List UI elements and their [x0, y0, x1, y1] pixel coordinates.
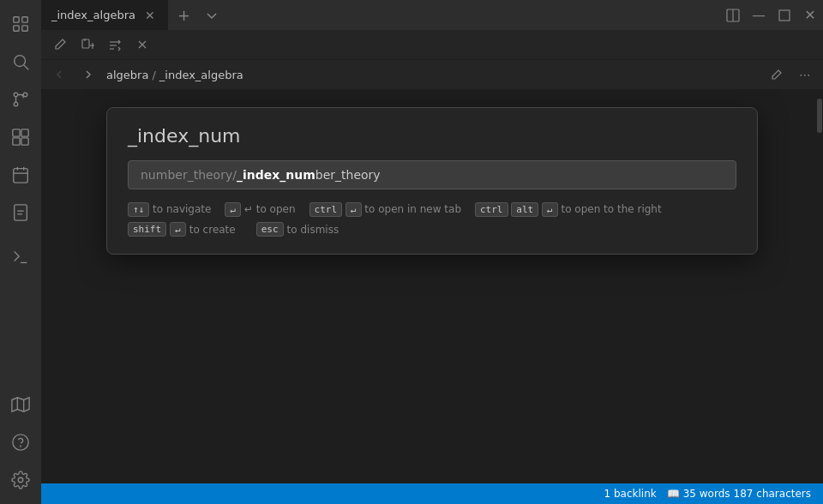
breadcrumb-current: _index_algebra — [159, 69, 243, 81]
quick-open-box: _index_num number_theory/_index_number_t… — [106, 107, 758, 255]
search-icon[interactable] — [3, 45, 38, 79]
book-icon: 📖 — [667, 488, 680, 500]
enter-key-create: ↵ — [170, 222, 186, 237]
tab-close-button[interactable]: ✕ — [142, 8, 158, 23]
active-tab[interactable]: _index_algebra ✕ — [41, 0, 169, 30]
svg-rect-9 — [13, 129, 20, 136]
esc-key: esc — [256, 222, 284, 237]
svg-point-7 — [23, 93, 27, 97]
edit-note-button[interactable] — [48, 33, 72, 57]
editor-content: ● The Galois group Gal(L/K) of a Galois … — [41, 90, 823, 483]
svg-rect-1 — [22, 17, 27, 22]
backlinks-status[interactable]: 1 backlink — [599, 483, 662, 504]
hint-open-new-tab: ctrl ↵ to open in new tab — [309, 203, 461, 215]
svg-rect-0 — [14, 17, 19, 22]
editor-toolbar — [41, 30, 823, 60]
alt-key: alt — [511, 202, 538, 217]
input-prefix: number_theory/ — [141, 168, 237, 182]
svg-point-22 — [13, 435, 28, 450]
minimize-button[interactable]: — — [746, 0, 772, 30]
terminal-icon[interactable] — [3, 240, 38, 274]
split-editor-button[interactable] — [720, 0, 746, 30]
help-icon[interactable] — [3, 425, 38, 459]
svg-rect-10 — [21, 129, 28, 136]
new-note-button[interactable] — [75, 33, 99, 57]
hint-open-right: ctrl alt ↵ to open to the right — [475, 203, 662, 215]
nav-back-button[interactable] — [48, 63, 70, 86]
svg-point-24 — [18, 477, 23, 483]
svg-rect-27 — [779, 10, 790, 21]
close-window-button[interactable]: ✕ — [797, 0, 823, 30]
tab-bar: _index_algebra ✕ + — ✕ — [41, 0, 823, 30]
main-area: _index_algebra ✕ + — ✕ — [41, 0, 823, 504]
activity-bar-bottom — [3, 387, 38, 504]
hint-open: ↵ ↵ to open — [225, 203, 295, 215]
input-highlight: _index_num — [237, 168, 315, 182]
map-icon[interactable] — [3, 387, 38, 422]
chars-label: 187 characters — [734, 488, 811, 500]
sort-notes-button[interactable] — [103, 33, 127, 57]
svg-rect-11 — [13, 138, 20, 145]
navigate-key: ↑↓ — [128, 202, 149, 217]
more-options-button[interactable]: ⋯ — [794, 63, 816, 86]
words-label: 35 words — [683, 488, 730, 500]
tab-label: _index_algebra — [51, 9, 135, 21]
input-suffix: ber_theory — [315, 168, 381, 182]
inline-edit-button[interactable] — [765, 63, 787, 86]
extensions-icon[interactable] — [3, 120, 38, 154]
nav-bar: algebra / _index_algebra ⋯ — [41, 60, 823, 90]
quick-open-title: _index_num — [128, 125, 736, 147]
tab-dropdown-button[interactable] — [199, 0, 225, 30]
svg-rect-28 — [82, 39, 89, 48]
backlinks-label: 1 backlink — [604, 488, 657, 500]
close-sidebar-button[interactable] — [130, 33, 154, 57]
word-count-status[interactable]: 📖 35 words 187 characters — [662, 483, 816, 504]
enter-key-new-tab: ↵ — [345, 202, 362, 217]
hint-navigate: ↑↓ to navigate — [128, 203, 211, 215]
maximize-button[interactable] — [772, 0, 797, 30]
quick-open-overlay: _index_num number_theory/_index_number_t… — [41, 90, 823, 483]
activity-bar-top — [3, 7, 38, 381]
shift-key: shift — [128, 222, 166, 237]
svg-rect-3 — [22, 26, 27, 31]
ctrl-key: ctrl — [309, 202, 343, 217]
svg-point-6 — [14, 93, 18, 97]
activity-bar — [0, 0, 41, 504]
svg-rect-2 — [14, 26, 19, 31]
svg-line-5 — [24, 65, 28, 69]
open-key: ↵ — [225, 202, 241, 217]
nav-forward-button[interactable] — [77, 63, 99, 86]
hint-create-dismiss: shift ↵ to create esc to dismiss — [128, 222, 339, 237]
enter-key-right: ↵ — [542, 202, 558, 217]
ctrl-key2: ctrl — [475, 202, 508, 217]
svg-rect-12 — [21, 138, 28, 145]
svg-rect-13 — [14, 169, 28, 183]
tab-actions: — ✕ — [720, 0, 823, 30]
svg-point-4 — [15, 56, 26, 67]
breadcrumb-separator: / — [152, 69, 155, 81]
svg-point-8 — [14, 102, 18, 106]
new-tab-button[interactable]: + — [169, 0, 199, 30]
source-control-icon[interactable] — [3, 82, 38, 117]
breadcrumb: algebra / _index_algebra — [106, 69, 758, 81]
explorer-icon[interactable] — [3, 7, 38, 41]
svg-point-23 — [21, 446, 21, 447]
pages-icon[interactable] — [3, 195, 38, 230]
calendar-icon[interactable] — [3, 158, 38, 192]
settings-icon[interactable] — [3, 463, 38, 497]
quick-open-hints: ↑↓ to navigate ↵ ↵ to open ctrl ↵ to ope… — [128, 203, 736, 237]
status-bar: 1 backlink 📖 35 words 187 characters — [41, 483, 823, 504]
quick-open-input[interactable]: number_theory/_index_number_theory — [128, 160, 736, 189]
breadcrumb-parent: algebra — [106, 69, 148, 81]
